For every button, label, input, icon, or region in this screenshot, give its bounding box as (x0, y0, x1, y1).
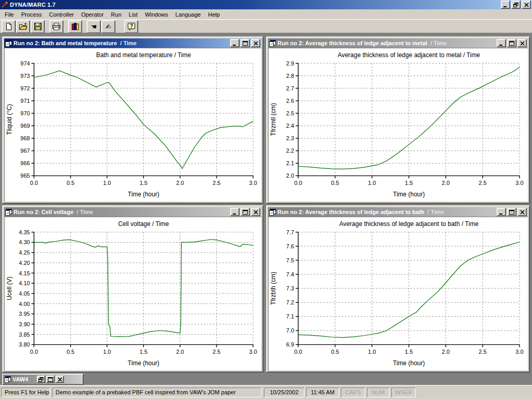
svg-text:970: 970 (20, 110, 30, 116)
svg-text:972: 972 (20, 85, 30, 91)
chart-ledge-metal-thickness: 2.92.82.72.62.52.42.32.22.12.00.00.51.01… (268, 48, 528, 202)
app-minimize-button[interactable] (501, 1, 510, 9)
app-restore-button[interactable] (511, 1, 521, 9)
window-icon (269, 209, 276, 216)
window-titlebar[interactable]: VAW4 (3, 375, 83, 384)
svg-text:6.9: 6.9 (286, 341, 294, 348)
maximize-button[interactable] (507, 39, 516, 47)
svg-text:4.30: 4.30 (19, 239, 30, 245)
chart-cell-voltage: 4.354.304.254.204.154.104.054.003.953.90… (4, 217, 261, 370)
menu-windows[interactable]: Windows (141, 10, 172, 19)
window-icon (4, 376, 11, 383)
svg-text:3.95: 3.95 (19, 311, 30, 317)
app-close-button[interactable] (522, 1, 531, 9)
menu-run[interactable]: Run (108, 10, 125, 19)
window-titlebar[interactable]: Run no 2: Cell voltage / Time (4, 207, 261, 217)
help-icon: ? (127, 22, 136, 31)
chart-client-area: 4.354.304.254.204.154.104.054.003.953.90… (4, 217, 261, 370)
svg-text:971: 971 (20, 98, 30, 104)
hand-point-document-button[interactable]: ☚ (87, 20, 101, 33)
close-button[interactable] (251, 39, 260, 47)
svg-text:3.0: 3.0 (249, 180, 257, 186)
status-insert-indicator: INSER (391, 388, 416, 397)
print-button[interactable] (49, 20, 63, 33)
window-titlebar[interactable]: Run no 2: Average thickness of ledge adj… (268, 38, 528, 48)
svg-text:4.10: 4.10 (19, 280, 30, 286)
graph-books-icon (71, 22, 79, 31)
svg-text:2.1: 2.1 (286, 160, 294, 166)
window-caption-buttons (230, 208, 260, 216)
app-titlebar[interactable]: DYNA/MARC 1.7 (0, 0, 532, 9)
hand-write-report-button[interactable]: ✍ (101, 20, 115, 33)
app-caption-buttons (501, 1, 531, 9)
svg-text:7.5: 7.5 (286, 257, 294, 263)
app-icon (1, 1, 8, 8)
svg-text:Tfrzmtl (cm): Tfrzmtl (cm) (270, 103, 277, 136)
maximize-button[interactable] (241, 208, 250, 216)
hand-point-document-icon: ☚ (91, 23, 97, 30)
maximize-button[interactable] (241, 39, 250, 47)
menu-list[interactable]: List (125, 10, 141, 19)
toolbar: ☚ ✍ ? (0, 19, 532, 34)
chart-client-area: 7.77.67.57.47.37.27.17.06.90.00.51.01.52… (268, 217, 528, 370)
maximize-button[interactable] (46, 376, 55, 383)
window-titlebar[interactable]: Run no 2: Average thickness of ledge adj… (268, 207, 528, 217)
menu-language[interactable]: Language (172, 10, 205, 19)
svg-text:Time (hour): Time (hour) (393, 191, 424, 198)
svg-text:966: 966 (20, 160, 30, 166)
graph-library-button[interactable] (68, 20, 82, 33)
svg-text:4.35: 4.35 (19, 229, 30, 235)
menu-process[interactable]: Process (18, 10, 46, 19)
minimize-button[interactable] (497, 208, 506, 216)
status-date: 10/25/2002 (264, 388, 304, 397)
svg-text:1.5: 1.5 (140, 180, 148, 186)
minimize-button[interactable] (230, 208, 240, 216)
menu-operator[interactable]: Operator (77, 10, 107, 19)
status-message: Demo example of a prebaked PBF cell insp… (52, 388, 262, 397)
menu-file[interactable]: File (1, 10, 18, 19)
menubar: File Process Controller Operator Run Lis… (0, 9, 532, 19)
new-document-button[interactable] (2, 20, 16, 33)
chart-client-area: 9749739729719709699689679669650.00.51.01… (4, 48, 261, 202)
new-document-icon (5, 22, 13, 31)
chart-client-area: 2.92.82.72.62.52.42.32.22.12.00.00.51.01… (268, 48, 528, 202)
svg-text:2.5: 2.5 (478, 349, 486, 355)
save-floppy-icon (34, 22, 42, 31)
status-num-indicator: NUM (367, 388, 390, 397)
window-bath-metal-temperature: Run no 2: Bath and metal temperature / T… (2, 36, 263, 204)
svg-text:Time (hour): Time (hour) (393, 360, 424, 367)
svg-text:3.0: 3.0 (249, 349, 257, 355)
open-file-button[interactable] (16, 20, 30, 33)
svg-text:2.4: 2.4 (286, 123, 294, 129)
svg-text:965: 965 (20, 172, 30, 179)
window-titlebar[interactable]: Run no 2: Bath and metal temperature / T… (4, 38, 261, 48)
close-button[interactable] (517, 39, 527, 47)
svg-text:1.0: 1.0 (368, 349, 376, 355)
menu-help[interactable]: Help (204, 10, 223, 19)
minimize-button[interactable] (497, 39, 506, 47)
svg-text:0.5: 0.5 (66, 180, 74, 186)
help-button[interactable]: ? (124, 20, 138, 33)
svg-text:7.4: 7.4 (286, 271, 294, 277)
svg-text:1.5: 1.5 (405, 180, 413, 186)
save-file-button[interactable] (31, 20, 45, 33)
svg-text:2.5: 2.5 (286, 110, 294, 116)
svg-text:2.5: 2.5 (212, 349, 220, 355)
window-title: Run no 2: Cell voltage (14, 209, 74, 215)
maximize-button[interactable] (507, 208, 516, 216)
close-button[interactable] (56, 376, 64, 383)
window-title: Run no 2: Average thickness of ledge adj… (277, 40, 427, 46)
svg-text:1.5: 1.5 (405, 349, 413, 355)
window-caption-buttons (230, 39, 260, 47)
minimize-button[interactable] (230, 39, 240, 47)
svg-text:7.3: 7.3 (286, 285, 294, 291)
window-title: Run no 2: Average thickness of ledge adj… (277, 209, 424, 215)
svg-text:1.5: 1.5 (140, 349, 148, 355)
close-button[interactable] (251, 208, 260, 216)
restore-button[interactable] (37, 376, 45, 383)
svg-text:3.80: 3.80 (19, 341, 30, 348)
close-button[interactable] (517, 208, 527, 216)
hand-write-report-icon: ✍ (105, 23, 111, 30)
svg-text:967: 967 (20, 148, 30, 154)
menu-controller[interactable]: Controller (45, 10, 77, 19)
